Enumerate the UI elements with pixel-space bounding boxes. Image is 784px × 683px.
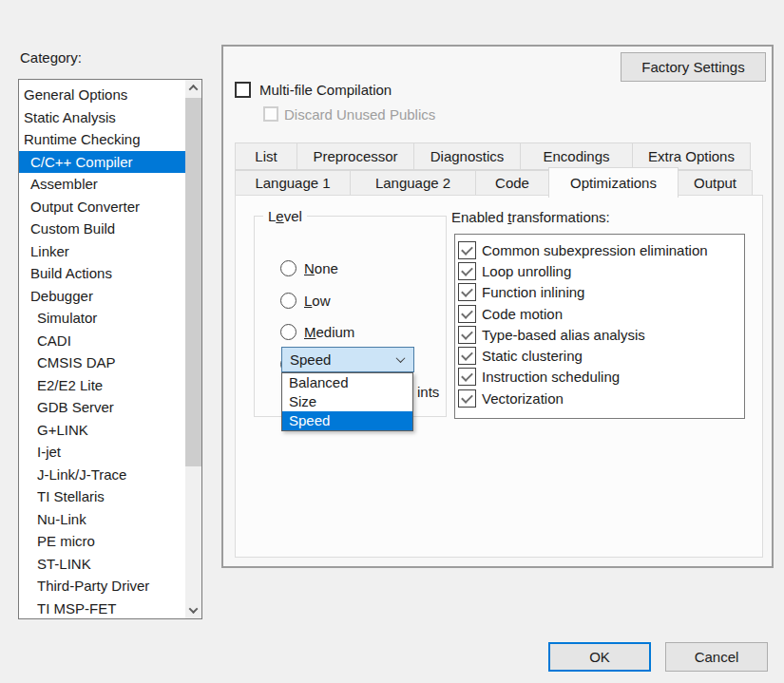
category-item-assembler[interactable]: Assembler [19, 173, 185, 196]
category-item-label: CMSIS DAP [37, 354, 116, 370]
category-item-label: Third-Party Driver [37, 578, 149, 594]
cancel-button[interactable]: Cancel [665, 642, 768, 672]
tab-list[interactable]: List [235, 142, 297, 170]
transformation-item[interactable]: Loop unrolling [455, 260, 744, 281]
category-item-build-actions[interactable]: Build Actions [19, 262, 185, 285]
transformation-label: Loop unrolling [482, 263, 571, 279]
category-item-label: PE micro [37, 533, 95, 549]
scrollbar-thumb[interactable] [185, 98, 201, 466]
checkbox-checked-icon[interactable] [458, 241, 476, 259]
category-item-label: G+LINK [37, 422, 88, 438]
dropdown-option-balanced[interactable]: Balanced [282, 373, 412, 392]
transformation-item[interactable]: Common subexpression elimination [455, 239, 744, 260]
category-item-label: TI Stellaris [37, 488, 105, 504]
transformation-item[interactable]: Vectorization [455, 388, 744, 408]
tab-label: Optimizations [570, 175, 657, 191]
scrollbar-down-button[interactable] [185, 602, 201, 618]
category-item-simulator[interactable]: Simulator [19, 307, 185, 330]
checkbox-checked-icon[interactable] [458, 389, 476, 408]
radio-button-icon [280, 260, 296, 276]
category-item-g-link[interactable]: G+LINK [19, 419, 185, 442]
category-item-label: E2/E2 Lite [37, 377, 103, 393]
radio-label: Medium [304, 324, 354, 340]
tab-label: Extra Options [648, 148, 735, 164]
category-item-nu-link[interactable]: Nu-Link [19, 508, 185, 531]
dropdown-option-speed[interactable]: Speed [282, 411, 412, 430]
category-item-e2-e2-lite[interactable]: E2/E2 Lite [19, 374, 185, 397]
category-item-ti-msp-fet[interactable]: TI MSP-FET [19, 598, 185, 619]
tab-optimizations[interactable]: Optimizations [548, 167, 679, 198]
checkbox-checked-icon[interactable] [458, 326, 476, 344]
category-item-label: Simulator [37, 310, 97, 326]
transformation-item[interactable]: Function inlining [455, 282, 744, 303]
radio-label: Low [304, 293, 331, 309]
transformation-item[interactable]: Static clustering [455, 345, 744, 366]
multi-file-compilation-checkbox[interactable] [235, 82, 251, 98]
category-item-j-link-j-trace[interactable]: J-Link/J-Trace [19, 464, 185, 486]
category-item-output-converter[interactable]: Output Converter [19, 196, 185, 218]
chevron-down-icon [396, 353, 406, 363]
optimizations-tab-page: Level None Low Medium High ints Speed Ba… [235, 195, 763, 558]
category-list-items: General Options Static Analysis Runtime … [19, 80, 185, 618]
radio-none[interactable]: None [280, 260, 338, 276]
category-item-label: GDB Server [37, 399, 114, 415]
tab-diagnostics[interactable]: Diagnostics [413, 142, 521, 170]
transformation-item[interactable]: Instruction scheduling [455, 367, 744, 388]
category-item-c-c-compiler[interactable]: C/C++ Compiler [19, 151, 185, 174]
category-item-pe-micro[interactable]: PE micro [19, 530, 185, 553]
factory-settings-button[interactable]: Factory Settings [621, 52, 766, 82]
category-item-st-link[interactable]: ST-LINK [19, 553, 185, 576]
scrollbar-up-button[interactable] [185, 80, 201, 96]
tab-row-2: Language 1 Language 2 Code Optimizations… [235, 170, 752, 198]
tab-code[interactable]: Code [475, 170, 549, 196]
category-item-label: Output Converter [30, 199, 140, 215]
high-level-combobox[interactable]: Speed [281, 347, 414, 372]
category-item-label: Linker [30, 243, 69, 259]
transformation-item[interactable]: Type-based alias analysis [455, 324, 744, 345]
tab-language-1[interactable]: Language 1 [235, 170, 351, 196]
checkbox-checked-icon[interactable] [458, 283, 476, 301]
radio-low[interactable]: Low [280, 293, 331, 309]
tab-preprocessor[interactable]: Preprocessor [296, 142, 414, 170]
category-item-custom-build[interactable]: Custom Build [19, 218, 185, 240]
category-item-static-analysis[interactable]: Static Analysis [19, 106, 185, 129]
enabled-transformations-label: Enabled transformations: [451, 209, 610, 225]
checkbox-checked-icon[interactable] [458, 262, 476, 280]
tab-label: Encodings [543, 148, 609, 164]
checkbox-checked-icon[interactable] [458, 347, 476, 365]
category-item-linker[interactable]: Linker [19, 240, 185, 263]
transformation-label: Code motion [482, 306, 563, 322]
discard-unused-publics-label: Discard Unused Publics [284, 106, 435, 123]
category-item-cadi[interactable]: CADI [19, 330, 185, 352]
tab-language-2[interactable]: Language 2 [350, 170, 476, 196]
checkbox-checked-icon[interactable] [458, 305, 476, 323]
transformation-label: Vectorization [482, 390, 564, 407]
category-item-label: I-jet [37, 444, 61, 460]
tab-label: Language 2 [375, 175, 450, 191]
dropdown-option-size[interactable]: Size [282, 392, 412, 411]
tab-extra-options[interactable]: Extra Options [632, 142, 751, 170]
radio-medium[interactable]: Medium [280, 324, 354, 340]
ok-button[interactable]: OK [548, 642, 651, 672]
checkbox-checked-icon[interactable] [458, 368, 476, 386]
transformation-label: Function inlining [482, 284, 584, 300]
radio-button-icon [280, 324, 296, 340]
category-item-gdb-server[interactable]: GDB Server [19, 396, 185, 419]
tab-encodings[interactable]: Encodings [520, 142, 633, 170]
chevron-down-icon [189, 604, 199, 614]
factory-settings-label: Factory Settings [641, 59, 744, 75]
chevron-up-icon [189, 85, 199, 94]
scrollbar-track[interactable] [185, 96, 201, 602]
transformation-item[interactable]: Code motion [455, 303, 744, 324]
category-item-debugger[interactable]: Debugger [19, 285, 185, 308]
tab-output[interactable]: Output [678, 170, 753, 196]
transformation-label: Common subexpression elimination [482, 242, 708, 258]
tab-label: Code [495, 175, 529, 191]
category-item-i-jet[interactable]: I-jet [19, 441, 185, 464]
category-item-general-options[interactable]: General Options [19, 84, 185, 106]
category-item-runtime-checking[interactable]: Runtime Checking [19, 128, 185, 151]
category-item-cmsis-dap[interactable]: CMSIS DAP [19, 351, 185, 374]
category-item-third-party-driver[interactable]: Third-Party Driver [19, 575, 185, 598]
category-item-ti-stellaris[interactable]: TI Stellaris [19, 485, 185, 508]
category-scrollbar[interactable] [185, 80, 201, 618]
